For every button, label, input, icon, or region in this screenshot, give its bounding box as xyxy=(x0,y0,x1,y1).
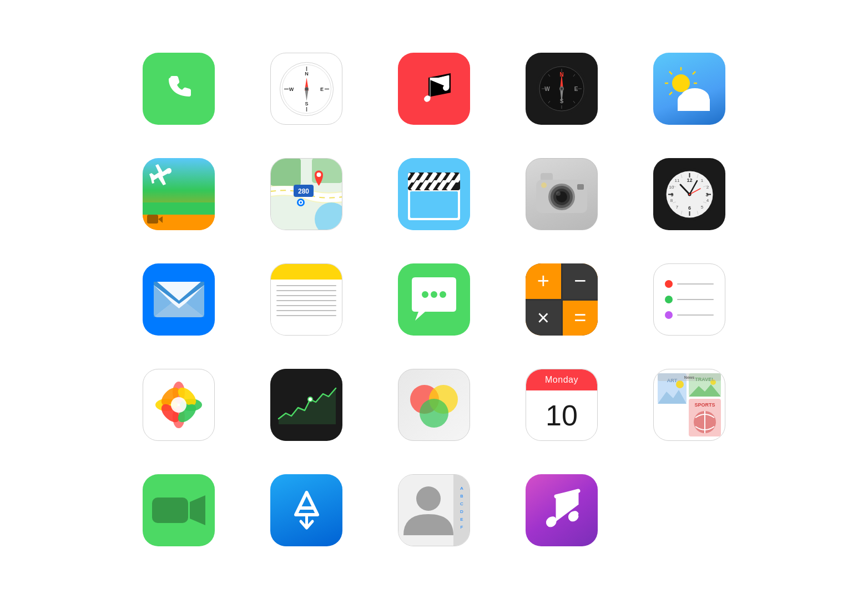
svg-text:9: 9 xyxy=(670,192,673,197)
compass-icon: N S E W xyxy=(534,61,589,116)
svg-point-12 xyxy=(305,87,308,90)
reminder-dot-2 xyxy=(665,296,673,303)
contacts-icon: A B C D E F xyxy=(398,474,470,546)
music-app-icon[interactable] xyxy=(398,53,470,125)
svg-text:F: F xyxy=(461,525,463,530)
svg-rect-45 xyxy=(147,215,158,224)
svg-line-39 xyxy=(669,92,672,95)
weather-app-icon[interactable] xyxy=(653,53,725,125)
svg-text:E: E xyxy=(460,517,463,522)
gamecenter-icon xyxy=(403,374,465,435)
svg-point-56 xyxy=(300,201,302,204)
calendar-date-number: 10 xyxy=(546,401,578,430)
clock-app-icon[interactable]: 12 6 3 9 1 2 4 5 7 8 10 11 xyxy=(653,158,725,230)
svg-text:10: 10 xyxy=(669,185,674,190)
compass-app-icon[interactable]: N S E W xyxy=(526,53,598,125)
svg-point-129 xyxy=(171,397,186,413)
clapperboard-icon xyxy=(398,158,470,230)
contacts-app-icon[interactable]: A B C D E F xyxy=(398,474,470,546)
svg-point-119 xyxy=(431,291,437,298)
reminder-dot-1 xyxy=(665,280,673,288)
svg-text:S: S xyxy=(305,101,308,106)
messages-icon xyxy=(410,276,458,323)
svg-text:3: 3 xyxy=(705,192,708,197)
equals-symbol: = xyxy=(563,301,598,336)
photos-app-icon[interactable] xyxy=(143,369,215,441)
svg-text:4: 4 xyxy=(706,198,709,203)
itunes-icon xyxy=(539,485,584,535)
svg-line-37 xyxy=(669,72,672,74)
svg-text:N: N xyxy=(305,71,309,77)
facetime-app-icon[interactable] xyxy=(143,474,215,546)
calendar-day-label: Monday xyxy=(545,375,578,385)
calculator-app-icon[interactable]: + − × = xyxy=(526,263,598,336)
maps-icon: 280 xyxy=(270,158,342,230)
reminder-dot-3 xyxy=(665,311,673,319)
clips-app-icon[interactable] xyxy=(143,158,215,230)
svg-text:7: 7 xyxy=(675,205,678,210)
svg-text:W: W xyxy=(544,86,550,92)
safari-icon: N S E W xyxy=(277,60,336,118)
stocks-app-icon[interactable] xyxy=(270,369,342,441)
phone-app-icon[interactable] xyxy=(143,53,215,125)
svg-text:8: 8 xyxy=(670,198,673,203)
airplane-icon xyxy=(147,161,175,189)
svg-point-83 xyxy=(556,191,561,196)
camera-app-icon[interactable] xyxy=(526,158,598,230)
reminders-app-icon[interactable] xyxy=(653,263,725,336)
itunes-app-icon[interactable] xyxy=(526,474,598,546)
svg-point-135 xyxy=(420,399,448,428)
svg-rect-148 xyxy=(152,498,188,523)
svg-marker-149 xyxy=(190,495,205,525)
svg-marker-46 xyxy=(158,216,163,223)
svg-rect-77 xyxy=(541,173,553,181)
svg-text:D: D xyxy=(460,509,463,514)
svg-text:E: E xyxy=(574,86,578,92)
calendar-app-icon[interactable]: Monday 10 xyxy=(526,369,598,441)
notes-app-icon[interactable] xyxy=(270,263,342,336)
maps-app-icon[interactable]: 280 xyxy=(270,158,342,230)
safari-app-icon[interactable]: N S E W xyxy=(270,53,342,125)
reminder-line-3 xyxy=(677,314,714,316)
video-clip-icon xyxy=(147,214,164,226)
messages-app-icon[interactable] xyxy=(398,263,470,336)
svg-text:SPORTS: SPORTS xyxy=(694,402,715,408)
svg-point-116 xyxy=(689,194,690,195)
stocks-icon xyxy=(276,383,337,427)
imovie-app-icon[interactable] xyxy=(398,158,470,230)
music-icon xyxy=(415,67,453,111)
svg-rect-48 xyxy=(270,158,301,186)
svg-text:11: 11 xyxy=(674,178,679,183)
svg-point-120 xyxy=(440,291,446,298)
svg-text:A: A xyxy=(460,486,463,491)
svg-text:News: News xyxy=(684,375,694,379)
svg-rect-84 xyxy=(577,184,584,190)
svg-text:5: 5 xyxy=(700,205,703,210)
svg-point-138 xyxy=(676,380,684,388)
phone-icon xyxy=(159,69,198,108)
svg-marker-130 xyxy=(279,388,336,424)
news-icon: ART TRAVEL SPORTS News xyxy=(657,372,722,438)
svg-text:C: C xyxy=(460,501,463,506)
news-app-icon[interactable]: ART TRAVEL SPORTS News xyxy=(653,369,725,441)
svg-text:6: 6 xyxy=(688,205,690,211)
times-symbol: × xyxy=(526,301,561,336)
svg-text:W: W xyxy=(289,87,294,92)
svg-text:E: E xyxy=(320,87,323,92)
plus-symbol: + xyxy=(526,263,561,299)
appstore-icon xyxy=(283,487,330,534)
svg-text:12: 12 xyxy=(687,177,692,183)
minus-symbol: − xyxy=(563,263,598,299)
svg-point-32 xyxy=(672,74,690,92)
weather-icon xyxy=(659,64,720,114)
mail-app-icon[interactable] xyxy=(143,263,215,336)
gamecenter-app-icon[interactable] xyxy=(398,369,470,441)
svg-point-31 xyxy=(561,88,563,90)
mail-icon xyxy=(153,281,205,318)
svg-rect-76 xyxy=(410,191,458,218)
svg-text:2: 2 xyxy=(706,185,709,190)
appstore-app-icon[interactable] xyxy=(270,474,342,546)
reminder-line-1 xyxy=(677,283,714,285)
facetime-icon xyxy=(151,491,206,530)
svg-point-153 xyxy=(416,486,441,511)
